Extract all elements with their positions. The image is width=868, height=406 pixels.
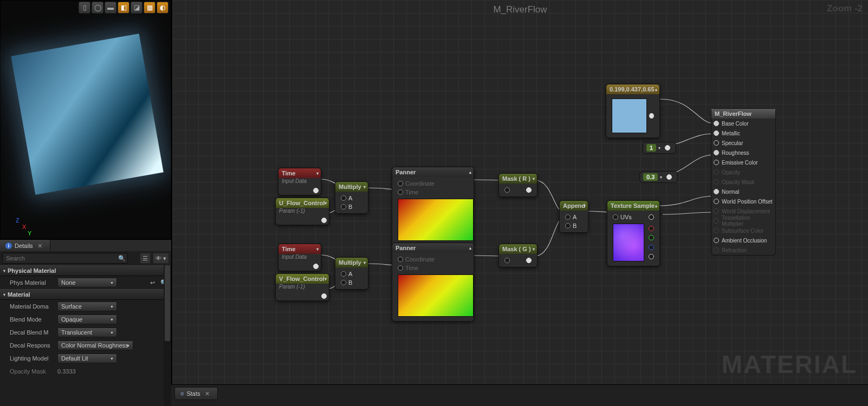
prop-label-opacity-mask: Opacity Mask bbox=[10, 368, 57, 375]
result-pin-specular[interactable]: Specular bbox=[711, 138, 775, 148]
result-pin-refraction[interactable]: Refraction bbox=[711, 245, 775, 255]
pin-b[interactable] bbox=[341, 204, 346, 209]
pin-in[interactable] bbox=[504, 187, 510, 193]
section-physical-material[interactable]: ▾Physical Material bbox=[0, 265, 171, 276]
zoom-indicator: Zoom -2 bbox=[827, 3, 863, 14]
node-time-1[interactable]: Time▾ Input Data bbox=[278, 168, 321, 195]
node-mask-r[interactable]: Mask ( R )▾ bbox=[498, 173, 537, 197]
preview-grid-icon[interactable]: ▦ bbox=[144, 2, 156, 14]
tab-details[interactable]: i Details × bbox=[0, 240, 50, 252]
node-constant3-color[interactable]: 0.199,0.437,0.65▴ bbox=[606, 84, 660, 138]
pin-a[interactable] bbox=[341, 195, 346, 201]
tab-stats[interactable]: ≡ Stats × bbox=[174, 387, 218, 400]
pin-uvs[interactable] bbox=[613, 214, 618, 220]
preview-shape-mesh-icon[interactable]: ◪ bbox=[131, 2, 142, 14]
chevron-down-icon: ▾ bbox=[3, 269, 5, 273]
search-icon: 🔍 bbox=[118, 255, 126, 262]
node-multiply-1[interactable]: Multiply▾ A B bbox=[335, 181, 368, 214]
close-icon[interactable]: × bbox=[36, 241, 44, 250]
node-constant-03[interactable]: 0.3▾ bbox=[639, 171, 678, 183]
pin-a[interactable] bbox=[341, 271, 346, 277]
pin-out-b[interactable] bbox=[649, 245, 654, 250]
result-pin-opacity-mask[interactable]: Opacity Mask bbox=[711, 177, 775, 187]
details-tab-label: Details bbox=[15, 243, 33, 249]
node-time-2[interactable]: Time▾ Input Data bbox=[278, 244, 321, 271]
dropdown-decal-response[interactable]: Color Normal Roughness bbox=[57, 340, 133, 350]
pin-a[interactable] bbox=[565, 214, 571, 220]
section-material[interactable]: ▾Material bbox=[0, 289, 171, 300]
details-tab-bar: i Details × bbox=[0, 239, 171, 251]
result-pin-emissive-color[interactable]: Emissive Color bbox=[711, 158, 775, 167]
prop-label-decal-blend: Decal Blend M bbox=[10, 329, 57, 336]
node-constant-1[interactable]: 1▾ bbox=[643, 142, 676, 154]
preview-shape-cylinder-icon[interactable]: ▯ bbox=[79, 2, 90, 14]
result-pin-normal[interactable]: Normal bbox=[711, 187, 775, 197]
node-mask-g[interactable]: Mask ( G )▾ bbox=[498, 244, 537, 267]
pin-out[interactable] bbox=[321, 293, 327, 299]
material-preview[interactable]: ▯ ◯ ▬ ◧ ◪ ▦ ◐ ZXY bbox=[0, 0, 171, 239]
property-matrix-icon[interactable]: ☰ bbox=[140, 253, 151, 264]
close-icon[interactable]: × bbox=[203, 389, 212, 398]
dropdown-phys-material[interactable]: None bbox=[57, 278, 117, 287]
result-pin-world-position-offset[interactable]: World Position Offset bbox=[711, 197, 775, 206]
pin-coordinate[interactable] bbox=[398, 181, 403, 186]
node-u-flow-control[interactable]: U_Flow_Control▾ Param (-1) bbox=[275, 198, 329, 225]
result-pin-ambient-occlusion[interactable]: Ambient Occlusion bbox=[711, 235, 775, 245]
pin-time[interactable] bbox=[398, 265, 403, 271]
material-watermark: MATERIAL bbox=[722, 350, 857, 379]
dropdown-material-domain[interactable]: Surface bbox=[57, 302, 117, 311]
material-graph-canvas[interactable]: M_RiverFlow Zoom -2 MATERIAL Time▾ Input… bbox=[171, 0, 868, 384]
details-panel[interactable]: ▾Physical Material Phys Material None ↩ … bbox=[0, 265, 171, 406]
node-append[interactable]: Append▾ A B bbox=[559, 200, 588, 233]
pin-in[interactable] bbox=[504, 258, 510, 263]
pin-time[interactable] bbox=[398, 189, 403, 195]
preview-toolbar: ▯ ◯ ▬ ◧ ◪ ▦ ◐ bbox=[1, 2, 171, 15]
dropdown-lighting-model[interactable]: Default Lit bbox=[57, 353, 117, 363]
texture-preview bbox=[613, 224, 644, 261]
details-search-row: 🔍 ☰ 👁 ▾ bbox=[0, 251, 171, 265]
pin-out[interactable] bbox=[666, 174, 672, 180]
node-panner-2[interactable]: Panner▴ Coordinate Time bbox=[392, 243, 474, 322]
pin-out[interactable] bbox=[526, 187, 532, 193]
node-texture-sample[interactable]: Texture Sample▴ UVs bbox=[607, 200, 660, 266]
pin-coordinate[interactable] bbox=[398, 257, 403, 262]
stats-panel: ≡ Stats × bbox=[171, 384, 868, 406]
pin-out[interactable] bbox=[313, 188, 319, 193]
prop-label-blend-mode: Blend Mode bbox=[10, 316, 57, 323]
result-pin-tessellation-multiplier[interactable]: Tessellation Multiplier bbox=[711, 216, 775, 226]
reset-arrow-icon[interactable]: ↩ bbox=[147, 278, 157, 287]
node-v-flow-control[interactable]: V_Flow_Control▾ Param (-1) bbox=[275, 273, 329, 301]
pin-out[interactable] bbox=[321, 218, 327, 223]
preview-render-surface bbox=[11, 34, 164, 195]
node-multiply-2[interactable]: Multiply▾ A B bbox=[335, 257, 368, 290]
result-pin-metallic[interactable]: Metallic bbox=[711, 128, 775, 138]
result-pin-base-color[interactable]: Base Color bbox=[711, 119, 775, 128]
result-pin-roughness[interactable]: Roughness bbox=[711, 148, 775, 158]
view-options-icon[interactable]: 👁 ▾ bbox=[153, 253, 169, 264]
pin-out[interactable] bbox=[313, 264, 319, 269]
stats-icon: ≡ bbox=[180, 390, 184, 397]
result-pin-subsurface-color[interactable]: Subsurface Color bbox=[711, 226, 775, 235]
preview-shape-plane-icon[interactable]: ▬ bbox=[105, 2, 116, 14]
pin-out-r[interactable] bbox=[649, 226, 654, 231]
pin-out[interactable] bbox=[526, 258, 532, 263]
scrollbar-thumb[interactable] bbox=[165, 265, 170, 341]
preview-shape-sphere-icon[interactable]: ◯ bbox=[92, 2, 103, 14]
pin-b[interactable] bbox=[565, 223, 571, 228]
pin-b[interactable] bbox=[341, 280, 346, 285]
preview-shape-cube-icon[interactable]: ◧ bbox=[118, 2, 129, 14]
preview-light-icon[interactable]: ◐ bbox=[157, 2, 169, 14]
pin-out-g[interactable] bbox=[649, 235, 654, 240]
pin-out-a[interactable] bbox=[649, 254, 654, 259]
search-input[interactable] bbox=[2, 253, 128, 264]
node-panner-1[interactable]: Panner▴ Coordinate Time bbox=[392, 167, 474, 246]
result-pin-opacity[interactable]: Opacity bbox=[711, 167, 775, 177]
dropdown-blend-mode[interactable]: Opaque bbox=[57, 315, 117, 324]
scrollbar-vertical[interactable] bbox=[164, 265, 171, 406]
pin-out[interactable] bbox=[649, 113, 654, 119]
prop-label-decal-response: Decal Respons bbox=[10, 342, 57, 349]
pin-out[interactable] bbox=[665, 145, 670, 150]
dropdown-decal-blend[interactable]: Translucent bbox=[57, 328, 117, 337]
pin-out-rgb[interactable] bbox=[649, 214, 654, 220]
node-material-result[interactable]: M_RiverFlow Base ColorMetallicSpecularRo… bbox=[711, 108, 776, 256]
